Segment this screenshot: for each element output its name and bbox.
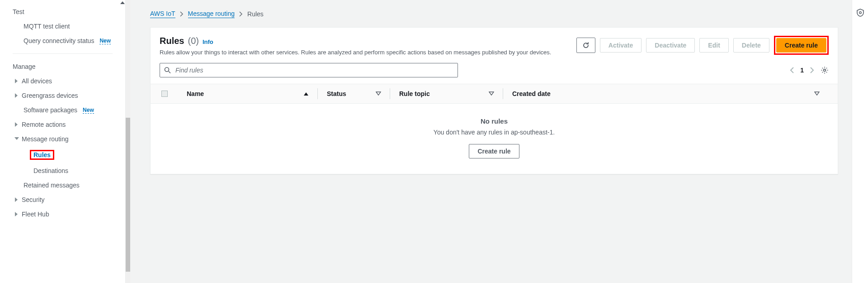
- refresh-icon: [582, 42, 590, 49]
- scroll-up-icon[interactable]: [120, 0, 125, 5]
- highlight-annotation: Create rule: [774, 36, 829, 55]
- info-drawer-icon[interactable]: [856, 8, 865, 17]
- sidebar-item-software-packages[interactable]: Software packages New: [0, 103, 125, 117]
- sidebar-item-label: Rules: [33, 151, 51, 158]
- refresh-button[interactable]: [576, 38, 595, 53]
- panel-count: (0): [188, 36, 198, 46]
- sidebar: Test MQTT test client Query connectivity…: [0, 0, 126, 283]
- sidebar-item-message-routing[interactable]: Message routing: [0, 132, 125, 146]
- empty-title: No rules: [160, 117, 829, 125]
- caret-right-icon: [14, 197, 19, 202]
- sidebar-item-retained-messages[interactable]: Retained messages: [0, 178, 125, 192]
- sidebar-item-query-connectivity[interactable]: Query connectivity status New: [0, 34, 125, 48]
- panel-description: Rules allow your things to interact with…: [160, 49, 567, 56]
- next-page-icon[interactable]: [810, 67, 814, 73]
- sidebar-scrollbar[interactable]: [126, 0, 130, 283]
- sidebar-item-remote-actions[interactable]: Remote actions: [0, 117, 125, 132]
- edit-button[interactable]: Edit: [699, 38, 728, 53]
- page-number: 1: [800, 67, 804, 74]
- new-badge: New: [99, 38, 111, 44]
- svg-point-0: [165, 67, 169, 72]
- table-header: Name Status Rule topic Created date: [151, 84, 838, 104]
- activate-button[interactable]: Activate: [600, 38, 642, 53]
- column-status[interactable]: Status: [318, 84, 390, 104]
- column-label: Created date: [512, 90, 551, 97]
- sort-icon: [814, 91, 820, 96]
- sidebar-item-label: Security: [22, 196, 45, 203]
- breadcrumb-root[interactable]: AWS IoT: [150, 10, 175, 18]
- sidebar-item-label: Remote actions: [22, 121, 66, 128]
- column-label: Status: [327, 90, 346, 97]
- sidebar-item-label: Greengrass devices: [22, 92, 78, 99]
- prev-page-icon[interactable]: [790, 67, 794, 73]
- info-link[interactable]: Info: [203, 38, 213, 45]
- highlight-annotation: Rules: [30, 150, 54, 160]
- caret-right-icon: [14, 212, 19, 216]
- column-label: Rule topic: [399, 90, 430, 97]
- right-info-rail: [852, 0, 868, 283]
- breadcrumb: AWS IoT Message routing Rules: [150, 10, 838, 18]
- column-created-date[interactable]: Created date: [503, 84, 829, 104]
- empty-state: No rules You don't have any rules in ap-…: [151, 104, 838, 174]
- sidebar-item-label: Query connectivity status: [24, 37, 94, 44]
- caret-right-icon: [14, 79, 19, 83]
- search-wrap: [160, 63, 458, 77]
- sort-icon: [489, 91, 494, 96]
- sidebar-section-test: Test: [0, 5, 125, 19]
- sidebar-item-all-devices[interactable]: All devices: [0, 74, 125, 88]
- panel-header: Rules (0) Info Rules allow your things t…: [151, 28, 838, 63]
- sidebar-divider: [13, 53, 113, 54]
- main-content: AWS IoT Message routing Rules Rules (0) …: [130, 0, 852, 283]
- select-all-checkbox[interactable]: [161, 91, 168, 97]
- sidebar-item-destinations[interactable]: Destinations: [0, 163, 125, 178]
- sidebar-item-greengrass[interactable]: Greengrass devices: [0, 88, 125, 103]
- breadcrumb-current: Rules: [247, 10, 264, 18]
- rules-panel: Rules (0) Info Rules allow your things t…: [150, 27, 838, 174]
- caret-right-icon: [14, 122, 19, 127]
- panel-title: Rules: [160, 36, 184, 46]
- settings-icon[interactable]: [821, 66, 829, 74]
- column-name[interactable]: Name: [182, 84, 318, 104]
- column-rule-topic[interactable]: Rule topic: [390, 84, 503, 104]
- pagination: 1: [790, 66, 829, 74]
- panel-actions: Activate Deactivate Edit Delete Create r…: [576, 36, 829, 55]
- filter-row: 1: [151, 63, 838, 84]
- sort-icon: [376, 91, 381, 96]
- caret-down-icon: [14, 137, 19, 141]
- svg-point-1: [824, 69, 826, 72]
- sidebar-item-label: Software packages: [24, 106, 77, 114]
- sidebar-item-rules[interactable]: Rules: [0, 146, 125, 163]
- sidebar-item-label: Fleet Hub: [22, 211, 49, 218]
- chevron-right-icon: [239, 11, 243, 17]
- deactivate-button[interactable]: Deactivate: [646, 38, 695, 53]
- chevron-right-icon: [180, 11, 184, 17]
- column-checkbox: [160, 91, 182, 97]
- breadcrumb-message-routing[interactable]: Message routing: [188, 10, 235, 18]
- sort-asc-icon: [303, 91, 309, 96]
- sidebar-item-fleet-hub[interactable]: Fleet Hub: [0, 207, 125, 221]
- sidebar-item-mqtt[interactable]: MQTT test client: [0, 19, 125, 34]
- sidebar-section-manage: Manage: [0, 59, 125, 74]
- sidebar-item-label: All devices: [22, 77, 52, 85]
- search-input[interactable]: [160, 63, 458, 77]
- svg-point-2: [859, 12, 861, 14]
- caret-right-icon: [14, 93, 19, 98]
- panel-title-block: Rules (0) Info Rules allow your things t…: [160, 36, 567, 56]
- column-label: Name: [187, 90, 204, 97]
- create-rule-button-empty[interactable]: Create rule: [469, 144, 519, 158]
- empty-description: You don't have any rules in ap-southeast…: [160, 129, 829, 136]
- sidebar-item-label: Message routing: [22, 135, 69, 143]
- delete-button[interactable]: Delete: [733, 38, 769, 53]
- sidebar-scrollbar-thumb[interactable]: [126, 118, 130, 272]
- new-badge: New: [83, 107, 94, 114]
- create-rule-button[interactable]: Create rule: [776, 38, 826, 53]
- sidebar-item-security[interactable]: Security: [0, 192, 125, 207]
- search-icon: [164, 67, 171, 74]
